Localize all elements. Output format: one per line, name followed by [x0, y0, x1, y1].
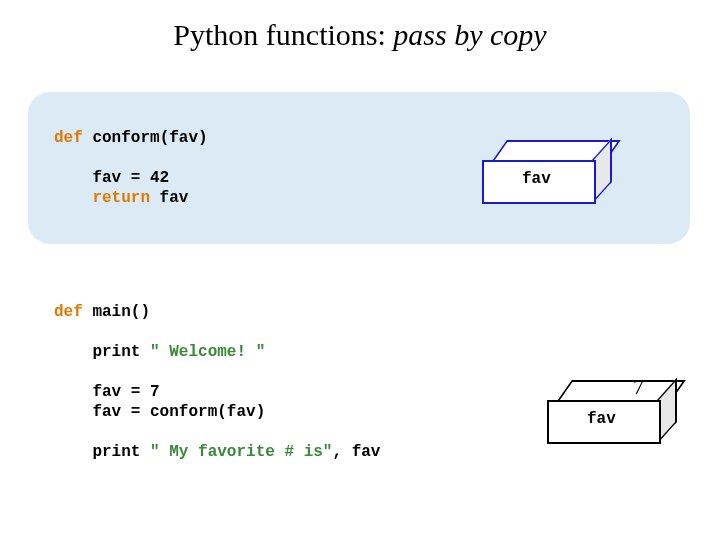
code-line: fav = 42 — [54, 169, 169, 187]
title-suffix: pass by copy — [393, 18, 546, 51]
print-kw: print — [54, 343, 150, 361]
string-literal: " Welcome! " — [150, 343, 265, 361]
var-label: fav — [587, 410, 616, 428]
title-prefix: Python functions: — [173, 18, 393, 51]
var-box-conform-fav: fav — [482, 140, 592, 198]
code-line: fav = 7 — [54, 383, 160, 401]
kw-def: def — [54, 129, 83, 147]
fn-sig: conform(fav) — [83, 129, 208, 147]
indent — [54, 189, 92, 207]
var-box-main-fav: 7 fav — [547, 380, 657, 438]
var-value: 7 — [633, 374, 644, 400]
kw-return: return — [92, 189, 150, 207]
print-kw: print — [54, 443, 150, 461]
main-code-block: def main() print " Welcome! " fav = 7 fa… — [54, 302, 380, 462]
slide-title: Python functions: pass by copy — [0, 18, 720, 52]
var-label: fav — [522, 170, 551, 188]
print-args: , fav — [332, 443, 380, 461]
conform-code-block: def conform(fav) fav = 42 return fav — [54, 128, 208, 208]
kw-def: def — [54, 303, 83, 321]
fn-sig: main() — [83, 303, 150, 321]
string-literal: " My favorite # is" — [150, 443, 332, 461]
ret-expr: fav — [150, 189, 188, 207]
code-line: fav = conform(fav) — [54, 403, 265, 421]
